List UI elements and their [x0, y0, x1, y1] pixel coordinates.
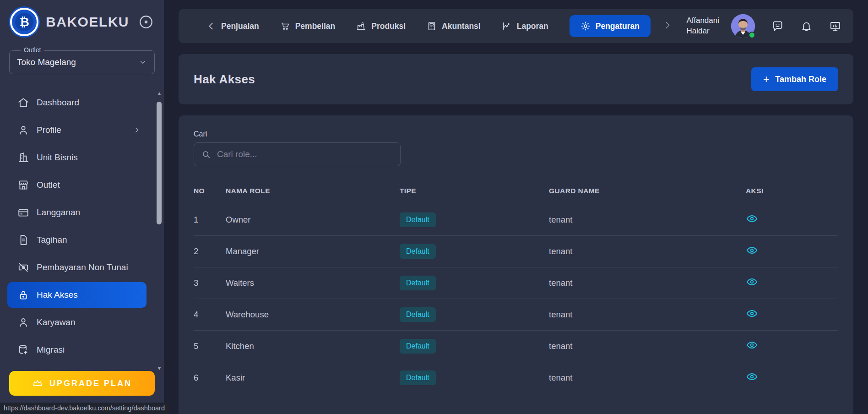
cell-guard-name: tenant [549, 246, 746, 256]
view-role-button[interactable] [746, 212, 760, 226]
nav-item-laporan[interactable]: Laporan [502, 21, 548, 31]
table-row: 5 Kitchen Default tenant [194, 330, 838, 362]
cell-aksi [746, 370, 838, 386]
nav-item-pengaturan[interactable]: Pengaturan [570, 15, 651, 37]
credit-card-icon [17, 207, 29, 218]
store-icon [17, 179, 29, 191]
cashless-icon [17, 261, 29, 273]
sidebar-item-label: Outlet [37, 180, 141, 190]
chevron-right-icon [133, 126, 141, 134]
sidebar-item-unit-bisnis[interactable]: Unit Bisnis [7, 145, 146, 170]
cell-guard-name: tenant [549, 278, 746, 288]
sidebar-item-langganan[interactable]: Langganan [7, 200, 146, 225]
cell-tipe: Default [400, 370, 549, 385]
brand-name: BAKOELKU [46, 14, 138, 30]
cell-no: 1 [194, 215, 226, 225]
upgrade-plan-label: UPGRADE PLAN [49, 379, 132, 388]
user-name: Affandani Haidar [686, 16, 719, 37]
table-row: 1 Owner Default tenant [194, 204, 838, 235]
user-icon [17, 124, 29, 136]
cell-tipe: Default [400, 307, 549, 322]
tipe-badge: Default [400, 276, 436, 290]
eye-icon [746, 212, 758, 225]
scrollbar-up-arrow[interactable]: ▲ [156, 90, 163, 97]
monitor-icon[interactable] [829, 20, 841, 33]
tipe-badge: Default [400, 307, 436, 322]
nav-item-label: Pembelian [295, 22, 336, 31]
factory-icon [356, 21, 366, 31]
tipe-badge: Default [400, 244, 436, 259]
outlet-select[interactable]: Outlet Toko Magelang [9, 50, 155, 74]
sidebar-item-label: Karyawan [37, 317, 141, 327]
view-role-button[interactable] [746, 275, 760, 289]
sidebar-item-tagihan[interactable]: Tagihan [7, 227, 146, 253]
sidebar-item-migrasi[interactable]: Migrasi [7, 337, 146, 363]
view-role-button[interactable] [746, 307, 760, 321]
view-role-button[interactable] [746, 370, 760, 384]
cell-tipe: Default [400, 339, 549, 354]
roles-table: NO NAMA ROLE TIPE GUARD NAME AKSI 1 Owne… [194, 178, 838, 393]
nav-item-pembelian[interactable]: Pembelian [280, 21, 336, 31]
page-header-card: Hak Akses + Tambah Role [179, 54, 853, 104]
column-header-nama-role: NAMA ROLE [226, 187, 400, 195]
sidebar-item-pembayaran-non-tunai[interactable]: Pembayaran Non Tunai [7, 255, 146, 280]
top-navigation-bar: Penjualan Pembelian Produksi Akuntansi L… [179, 9, 853, 43]
add-role-button[interactable]: + Tambah Role [751, 67, 838, 91]
nav-item-penjualan[interactable]: Penjualan [206, 21, 259, 31]
chat-icon[interactable] [771, 20, 784, 33]
crown-icon [32, 378, 43, 389]
sidebar-item-label: Unit Bisnis [37, 153, 141, 163]
cell-guard-name: tenant [549, 373, 746, 383]
user-name-line2: Haidar [686, 26, 719, 37]
scrollbar-down-arrow[interactable]: ▼ [156, 365, 163, 372]
cell-no: 6 [194, 373, 226, 383]
chevron-down-icon [139, 58, 147, 66]
main-area: Penjualan Pembelian Produksi Akuntansi L… [164, 0, 868, 414]
sidebar-item-label: Profile [37, 125, 133, 135]
user-avatar[interactable] [731, 14, 755, 38]
eye-icon [746, 339, 758, 351]
sidebar-toggle-button[interactable] [138, 14, 154, 30]
cell-aksi [746, 338, 838, 354]
page-title: Hak Akses [194, 72, 255, 87]
sidebar-scrollbar[interactable]: ▲ ▼ [156, 90, 163, 372]
nav-item-akuntansi[interactable]: Akuntansi [427, 21, 481, 31]
nav-scroll-right-button[interactable] [662, 20, 673, 32]
search-label: Cari [194, 130, 838, 138]
cell-nama-role: Kitchen [226, 341, 400, 351]
sidebar-item-profile[interactable]: Profile [7, 117, 146, 143]
cell-guard-name: tenant [549, 215, 746, 225]
sidebar-item-karyawan[interactable]: Karyawan [7, 310, 146, 335]
plus-icon: + [763, 74, 769, 85]
sidebar-item-hak-akses[interactable]: Hak Akses [7, 282, 146, 308]
sidebar-item-dashboard[interactable]: Dashboard [7, 90, 146, 115]
app-root: ₿ BAKOELKU Outlet Toko Magelang Dashboar… [0, 0, 868, 414]
circle-dot-icon [138, 14, 154, 30]
search-input[interactable] [217, 149, 393, 159]
table-row: 2 Manager Default tenant [194, 235, 838, 267]
search-box [194, 142, 401, 166]
bell-icon[interactable] [800, 20, 813, 33]
eye-icon [746, 244, 758, 256]
view-role-button[interactable] [746, 338, 760, 352]
scrollbar-thumb[interactable] [157, 102, 162, 224]
nav-item-label: Produksi [371, 22, 406, 31]
cell-no: 4 [194, 310, 226, 320]
chevron-left-icon [206, 21, 216, 31]
upgrade-plan-button[interactable]: UPGRADE PLAN [9, 371, 155, 396]
bitcoin-icon: ₿ [15, 13, 33, 31]
cell-nama-role: Manager [226, 246, 400, 256]
nav-item-produksi[interactable]: Produksi [356, 21, 406, 31]
sidebar-item-label: Hak Akses [37, 290, 141, 300]
sidebar-item-label: Dashboard [37, 98, 141, 108]
online-status-dot [749, 32, 755, 38]
cell-no: 3 [194, 278, 226, 288]
column-header-no: NO [194, 187, 226, 195]
tipe-badge: Default [400, 212, 436, 227]
nav-item-label: Pengaturan [596, 22, 640, 31]
cell-tipe: Default [400, 244, 549, 259]
view-role-button[interactable] [746, 244, 760, 257]
tipe-badge: Default [400, 370, 436, 385]
sidebar-item-label: Langganan [37, 207, 141, 218]
sidebar-item-outlet[interactable]: Outlet [7, 172, 146, 198]
